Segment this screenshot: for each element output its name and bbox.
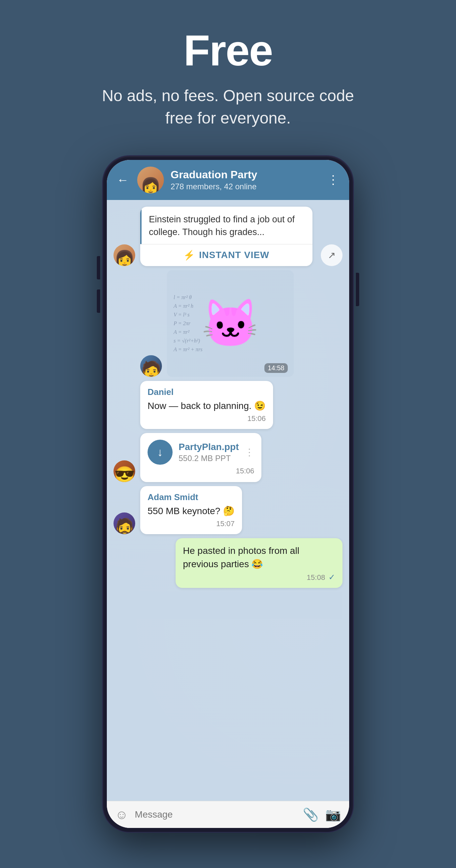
share-button[interactable]: ↗ [321, 244, 342, 266]
daniel-message-row: Daniel Now — back to planning. 😉 15:06 [114, 381, 342, 429]
emoji-button[interactable]: ☺ [115, 808, 128, 822]
adam-bubble: Adam Smidt 550 MB keynote? 🤔 15:07 [140, 486, 242, 534]
chat-body: Einstein struggled to find a job out of … [107, 200, 349, 801]
chat-header: ← Graduation Party 278 members, 42 onlin… [107, 160, 349, 200]
daniel-message-text: Now — back to planning. 😉 [148, 399, 266, 412]
group-info: Graduation Party 278 members, 42 online [171, 168, 321, 191]
own-bubble: He pasted in photos from all previous pa… [176, 538, 342, 588]
volume-down-button[interactable] [97, 289, 100, 313]
read-receipt-icon: ✓ [329, 572, 335, 582]
group-name: Graduation Party [171, 168, 321, 181]
download-button[interactable]: ↓ [148, 440, 173, 465]
adam-message-time: 15:07 [148, 520, 235, 528]
hero-subtitle: No ads, no fees. Open source code free f… [94, 85, 362, 129]
own-time-value: 15:08 [307, 573, 325, 582]
file-bubble: ↓ PartyPlan.ppt 550.2 MB PPT ⋮ 15:06 [140, 433, 262, 482]
daniel-message-time: 15:06 [148, 414, 266, 423]
back-button[interactable]: ← [117, 173, 129, 187]
instant-view-label: INSTANT VIEW [199, 250, 269, 260]
sticker-container: l = πr² θ A = πr² h V = l³ s P = 2πr A =… [167, 270, 294, 377]
adam-message-row: Adam Smidt 550 MB keynote? 🤔 15:07 [114, 486, 342, 534]
camera-button[interactable]: 📷 [325, 807, 341, 822]
file-row: ↓ PartyPlan.ppt 550.2 MB PPT ⋮ [148, 440, 254, 465]
own-message-row: He pasted in photos from all previous pa… [114, 538, 342, 588]
file-menu-button[interactable]: ⋮ [245, 447, 254, 458]
cat-sticker: 🐱 [201, 296, 260, 351]
avatar-female [114, 244, 135, 266]
article-preview-text: Einstein struggled to find a job out of … [140, 207, 312, 244]
instant-view-button[interactable]: ⚡ INSTANT VIEW [140, 244, 312, 266]
daniel-bubble: Daniel Now — back to planning. 😉 15:06 [140, 381, 273, 429]
file-info: PartyPlan.ppt 550.2 MB PPT [179, 442, 239, 463]
share-icon: ↗ [328, 250, 335, 261]
more-options-button[interactable]: ⋮ [327, 173, 339, 187]
group-avatar [137, 166, 164, 193]
adam-sender-name: Adam Smidt [148, 492, 235, 502]
download-icon: ↓ [157, 446, 163, 459]
bolt-icon: ⚡ [183, 250, 195, 261]
sticker-time: 14:58 [264, 363, 288, 373]
sticker-message-row: l = πr² θ A = πr² h V = l³ s P = 2πr A =… [114, 270, 342, 377]
hero-section: Free No ads, no fees. Open source code f… [0, 0, 456, 149]
own-message-text: He pasted in photos from all previous pa… [183, 544, 335, 570]
phone-screen: ← Graduation Party 278 members, 42 onlin… [107, 160, 349, 828]
file-time: 15:06 [148, 467, 254, 475]
own-message-time: 15:08 ✓ [183, 572, 335, 582]
phone-shell: ← Graduation Party 278 members, 42 onlin… [103, 156, 353, 832]
article-message-row: Einstein struggled to find a job out of … [114, 207, 342, 266]
file-size: 550.2 MB PPT [179, 454, 239, 463]
adam-message-text: 550 MB keynote? 🤔 [148, 504, 235, 518]
file-name: PartyPlan.ppt [179, 442, 239, 452]
hero-title: Free [184, 27, 273, 74]
file-message-row: ↓ PartyPlan.ppt 550.2 MB PPT ⋮ 15:06 [114, 433, 342, 482]
message-input-bar: ☺ 📎 📷 [107, 801, 349, 828]
avatar-male-hoodie [140, 355, 162, 377]
daniel-sender-name: Daniel [148, 387, 266, 397]
chat-bottom-space [114, 592, 342, 619]
phone-device: ← Graduation Party 278 members, 42 onlin… [103, 156, 353, 832]
avatar-male-sunglasses [114, 460, 135, 482]
volume-up-button[interactable] [97, 256, 100, 279]
group-members-info: 278 members, 42 online [171, 182, 321, 191]
avatar-male-hat [114, 513, 135, 534]
attach-button[interactable]: 📎 [303, 807, 318, 822]
power-button[interactable] [356, 273, 359, 306]
message-input[interactable] [135, 809, 296, 820]
article-bubble: Einstein struggled to find a job out of … [140, 207, 312, 266]
